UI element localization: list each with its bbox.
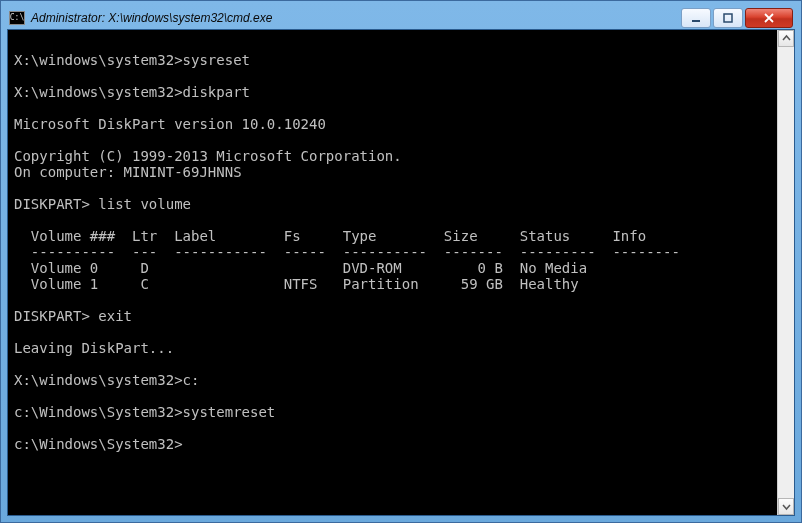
svg-rect-0 [692,20,700,22]
scroll-up-button[interactable] [778,30,794,47]
close-icon [763,13,775,23]
window-title: Administrator: X:\windows\system32\cmd.e… [31,11,272,25]
terminal-output[interactable]: X:\windows\system32>sysreset X:\windows\… [8,30,777,515]
cmd-icon: C:\ [9,11,25,25]
svg-rect-1 [724,14,732,22]
chevron-up-icon [782,34,791,43]
client-area: X:\windows\system32>sysreset X:\windows\… [7,29,795,516]
vertical-scrollbar[interactable] [777,30,794,515]
chevron-down-icon [782,502,791,511]
maximize-icon [723,13,733,23]
minimize-button[interactable] [681,8,711,28]
window-buttons [681,8,793,28]
scroll-down-button[interactable] [778,498,794,515]
close-button[interactable] [745,8,793,28]
minimize-icon [691,13,701,23]
scrollbar-track[interactable] [778,47,794,498]
cmd-window: C:\ Administrator: X:\windows\system32\c… [0,0,802,523]
maximize-button[interactable] [713,8,743,28]
cmd-icon-glyph: C:\ [10,14,24,22]
titlebar[interactable]: C:\ Administrator: X:\windows\system32\c… [7,7,795,29]
